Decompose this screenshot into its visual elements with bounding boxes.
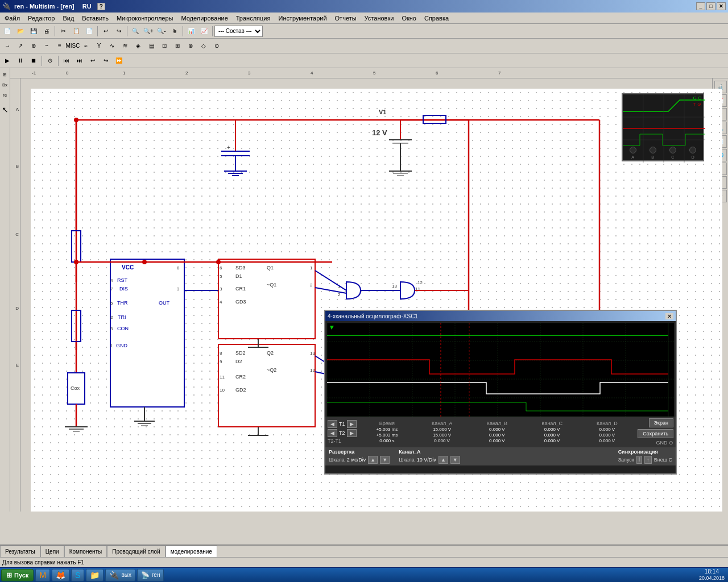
svg-text:Q1: Q1 xyxy=(267,265,274,271)
toolbar-btn-1[interactable]: 📂 xyxy=(14,25,27,38)
osc-t2-next[interactable]: ▶ xyxy=(347,429,357,437)
toolbar-btn-18[interactable]: 📈 xyxy=(198,25,210,38)
help-icon[interactable]: ? xyxy=(97,3,105,10)
sim-btn-9[interactable]: ↪ xyxy=(100,55,112,67)
osc-t1-prev[interactable]: ◀ xyxy=(328,420,337,428)
osc-sweep-down[interactable]: ▼ xyxy=(380,456,390,464)
tab-chains[interactable]: Цепи xyxy=(40,546,64,557)
sim-btn-6[interactable]: ⏮ xyxy=(60,55,73,67)
toolbar-btn-15[interactable]: 🖱 xyxy=(168,25,181,38)
sim-btn-0[interactable]: ▶ xyxy=(1,55,14,67)
sidebar-icon-pointer[interactable]: ↖ xyxy=(1,106,9,114)
menu-item-микроконтроллеры[interactable]: Микроконтроллеры xyxy=(113,14,177,23)
ruler-mark: 2 xyxy=(185,70,188,76)
tab-components[interactable]: Компоненты xyxy=(64,546,107,557)
osc-sync-ext: Внеш С xyxy=(654,457,672,463)
comp-btn-13[interactable]: ⊞ xyxy=(171,40,184,52)
menu-item-моделирование[interactable]: Моделирование xyxy=(177,14,231,23)
sidebar-icon-1[interactable]: ⊞ xyxy=(1,70,9,78)
osc-sync-section: Синхронизация Запуск f ↑ Внеш С xyxy=(618,449,672,464)
taskbar-item-skype[interactable]: S xyxy=(71,569,84,581)
sim-btn-4[interactable]: ⊙ xyxy=(44,55,56,67)
sim-btn-7[interactable]: ⏭ xyxy=(73,55,86,67)
comp-btn-1[interactable]: ↗ xyxy=(14,40,27,52)
taskbar-item-multisim[interactable]: 🔌 вых xyxy=(105,569,135,581)
menu-item-справка[interactable]: Справка xyxy=(421,14,452,23)
menu-item-вставить[interactable]: Вставить xyxy=(78,14,112,23)
osc-t1-next[interactable]: ▶ xyxy=(347,420,357,428)
sim-btn-2[interactable]: ⏹ xyxy=(27,55,40,67)
comp-btn-15[interactable]: ◇ xyxy=(197,40,210,52)
component-filter-dropdown[interactable]: --- Состав --- xyxy=(214,26,263,37)
svg-text:3: 3 xyxy=(177,286,180,292)
comp-btn-0[interactable]: → xyxy=(1,40,14,52)
osc-cha-down[interactable]: ▼ xyxy=(450,456,460,464)
window-title: ren - Multisim - [ren] xyxy=(14,3,75,10)
comp-btn-4[interactable]: ≡ xyxy=(53,40,66,52)
osc-screen-button[interactable]: Экран xyxy=(649,418,673,427)
toolbar-btn-17[interactable]: 📊 xyxy=(185,25,197,38)
comp-btn-6[interactable]: ≈ xyxy=(80,40,92,52)
ruler-mark: 0 xyxy=(66,70,68,76)
sim-btn-10[interactable]: ⏩ xyxy=(113,55,125,67)
tab-results[interactable]: Результаты xyxy=(0,546,40,557)
sidebar-icon-3[interactable]: ге xyxy=(1,91,9,99)
toolbar-btn-3[interactable]: 🖨 xyxy=(40,25,53,38)
menu-item-редактор[interactable]: Редактор xyxy=(24,14,58,23)
comp-btn-3[interactable]: ~ xyxy=(40,40,53,52)
comp-btn-12[interactable]: ⊡ xyxy=(158,40,171,52)
comp-btn-2[interactable]: ⊕ xyxy=(27,40,40,52)
menu-item-окно[interactable]: Окно xyxy=(398,14,420,23)
comp-btn-11[interactable]: ▤ xyxy=(145,40,158,52)
toolbar-btn-7[interactable]: 📄 xyxy=(83,25,96,38)
comp-btn-10[interactable]: ◈ xyxy=(132,40,144,52)
osc-sync-f[interactable]: f xyxy=(636,456,643,464)
menu-item-установки[interactable]: Установки xyxy=(361,14,398,23)
osc-cha-up[interactable]: ▲ xyxy=(439,456,448,464)
oscilloscope-titlebar: 4-хканальный осциллограф-XSC1 ✕ xyxy=(325,311,676,321)
taskbar-folder-icon: 📁 xyxy=(90,571,100,580)
win-min-button[interactable]: _ xyxy=(696,2,705,10)
start-button[interactable]: ⊞ Пуск xyxy=(1,569,34,581)
menu-item-трансляция[interactable]: Трансляция xyxy=(233,14,274,23)
comp-btn-9[interactable]: ≋ xyxy=(119,40,131,52)
sidebar-icon-2[interactable]: Вх xyxy=(1,81,9,89)
osc-save-button[interactable]: Сохранить xyxy=(638,429,673,438)
toolbar-btn-0[interactable]: 📄 xyxy=(1,25,14,38)
toolbar-btn-14[interactable]: 🔍- xyxy=(155,25,168,38)
sim-sep xyxy=(58,56,59,66)
taskbar-item-browser[interactable]: 🦊 xyxy=(52,569,69,581)
comp-btn-16[interactable]: ⊙ xyxy=(210,40,223,52)
toolbar-btn-6[interactable]: 📋 xyxy=(70,25,82,38)
osc-sync-arrow[interactable]: ↑ xyxy=(644,456,652,464)
taskbar-item-fc[interactable]: M xyxy=(35,569,50,581)
menu-item-инструментарий[interactable]: Инструментарий xyxy=(275,14,330,23)
osc-t1-cha: 15.000 V xyxy=(415,427,469,432)
menu-item-отчеты[interactable]: Отчеты xyxy=(332,14,360,23)
row-label-b: B xyxy=(16,164,19,169)
toolbar-btn-5[interactable]: ✂ xyxy=(57,25,69,38)
osc-sweep-up[interactable]: ▲ xyxy=(368,456,378,464)
osc-close-button[interactable]: ✕ xyxy=(665,313,673,319)
toolbar-btn-9[interactable]: ↩ xyxy=(100,25,112,38)
tab-conducting-layer[interactable]: Проводящий слой xyxy=(107,546,165,557)
toolbar-btn-2[interactable]: 💾 xyxy=(27,25,40,38)
win-close-button[interactable]: ✕ xyxy=(717,2,726,10)
comp-btn-14[interactable]: ⊗ xyxy=(184,40,197,52)
toolbar-btn-12[interactable]: 🔍 xyxy=(129,25,142,38)
sim-btn-8[interactable]: ↩ xyxy=(86,55,99,67)
toolbar-btn-10[interactable]: ↪ xyxy=(113,25,125,38)
menu-item-файл[interactable]: Файл xyxy=(1,14,23,23)
taskbar-item-gen[interactable]: 📡 ген xyxy=(137,569,164,581)
win-max-button[interactable]: □ xyxy=(706,2,715,10)
comp-btn-8[interactable]: ∿ xyxy=(106,40,118,52)
toolbar-btn-13[interactable]: 🔍+ xyxy=(142,25,155,38)
osc-t2-prev[interactable]: ◀ xyxy=(328,429,337,437)
tab-simulation[interactable]: моделирование xyxy=(166,546,217,557)
sim-btn-1[interactable]: ⏸ xyxy=(14,55,27,67)
taskbar-item-folder[interactable]: 📁 xyxy=(86,569,104,581)
comp-btn-5[interactable]: MISC xyxy=(67,40,79,52)
menu-item-вид[interactable]: Вид xyxy=(59,14,77,23)
comp-btn-7[interactable]: Y xyxy=(93,40,105,52)
ruler-mark: 3 xyxy=(248,70,250,76)
